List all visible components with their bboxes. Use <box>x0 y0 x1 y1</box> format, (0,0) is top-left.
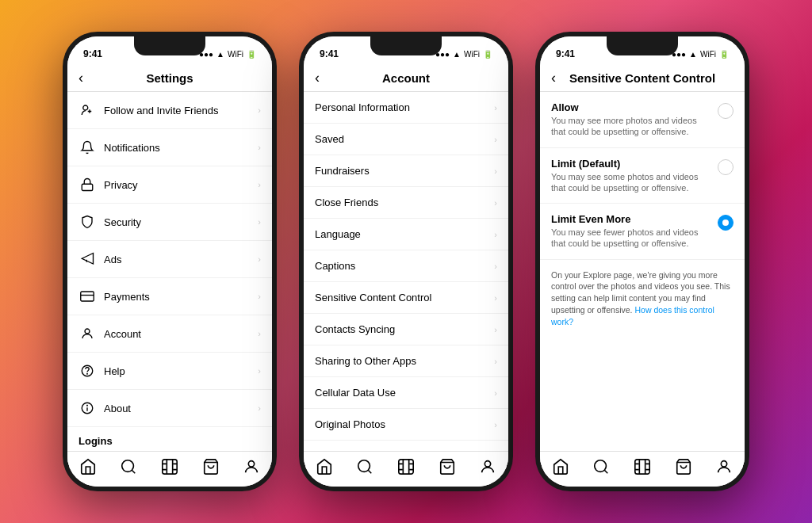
info-icon <box>79 399 96 417</box>
svg-point-6 <box>87 373 88 374</box>
status-icons-sensitive: ●●● ▲ WiFi 🔋 <box>672 50 729 59</box>
sensitive-title: Sensitive Content Control <box>569 71 715 85</box>
account-item-cellular[interactable]: Cellular Data Use › <box>304 377 508 409</box>
chevron-icon: › <box>258 105 261 115</box>
chevron-icon: › <box>494 357 497 366</box>
option-allow-radio[interactable] <box>718 103 733 119</box>
account-item-captions[interactable]: Captions › <box>304 250 508 282</box>
account-item-sharing[interactable]: Sharing to Other Apps › <box>304 345 508 377</box>
help-icon <box>79 362 96 380</box>
option-limit-default[interactable]: Limit (Default) You may see some photos … <box>540 148 745 204</box>
logins-section: Logins Add Account Log Out <box>67 427 272 451</box>
reels-tab-icon[interactable] <box>634 458 651 475</box>
sensitive-back-button[interactable]: ‹ <box>551 70 556 86</box>
settings-title: Settings <box>146 71 193 85</box>
svg-line-21 <box>605 470 608 473</box>
home-tab-icon[interactable] <box>316 458 333 475</box>
reels-tab-icon[interactable] <box>161 458 178 475</box>
account-item-language[interactable]: Language › <box>304 219 508 250</box>
chevron-icon: › <box>494 420 497 429</box>
svg-rect-2 <box>81 292 94 301</box>
settings-back-button[interactable]: ‹ <box>79 70 83 86</box>
account-item-label: Captions <box>315 260 494 272</box>
svg-point-10 <box>122 460 134 472</box>
option-limit-more[interactable]: Limit Even More You may see fewer photos… <box>540 204 745 260</box>
shop-tab-icon[interactable] <box>675 458 692 475</box>
phone-account: 9:41 ●●● ▲ WiFi 🔋 ‹ Account Personal Inf… <box>299 32 513 491</box>
settings-item-about[interactable]: About › <box>67 390 272 427</box>
svg-point-0 <box>83 105 88 110</box>
account-item-label: Original Photos <box>315 418 494 430</box>
account-item-label: Language <box>315 228 494 240</box>
option-limit-radio[interactable] <box>718 159 733 175</box>
chevron-icon: › <box>258 403 261 413</box>
account-item-verification[interactable]: Request Verification › <box>304 441 508 451</box>
profile-tab-icon[interactable] <box>243 458 260 475</box>
settings-item-label: Payments <box>104 291 258 303</box>
account-item-contacts[interactable]: Contacts Syncing › <box>304 314 508 345</box>
profile-tab-icon[interactable] <box>715 458 733 475</box>
option-allow[interactable]: Allow You may see more photos and videos… <box>540 92 745 148</box>
account-item-sensitive[interactable]: Sensitive Content Control › <box>304 282 508 314</box>
account-tab-bar <box>304 451 508 487</box>
settings-item-ads[interactable]: Ads › <box>67 241 272 278</box>
settings-item-help[interactable]: Help › <box>67 353 272 390</box>
settings-item-notifications[interactable]: Notifications › <box>67 129 272 166</box>
chevron-icon: › <box>258 217 261 227</box>
account-item-label: Fundraisers <box>315 165 494 177</box>
option-limit-more-radio[interactable] <box>718 215 733 231</box>
settings-item-payments[interactable]: Payments › <box>67 278 272 315</box>
notch <box>370 36 442 55</box>
option-allow-text: Allow You may see more photos and videos… <box>551 101 711 138</box>
account-item-label: Sharing to Other Apps <box>315 355 494 367</box>
option-allow-desc: You may see more photos and videos that … <box>551 115 711 138</box>
shop-tab-icon[interactable] <box>202 458 220 475</box>
option-allow-title: Allow <box>551 101 711 113</box>
option-limit-text: Limit (Default) You may see some photos … <box>551 158 711 194</box>
svg-point-19 <box>485 461 491 467</box>
lock-icon <box>79 176 96 193</box>
option-limit-title: Limit (Default) <box>551 158 711 170</box>
svg-rect-12 <box>163 460 177 474</box>
home-tab-icon[interactable] <box>79 458 97 475</box>
settings-item-follow[interactable]: Follow and Invite Friends › <box>67 92 272 129</box>
svg-point-4 <box>85 329 90 334</box>
svg-point-9 <box>87 405 88 406</box>
settings-list: Follow and Invite Friends › Notification… <box>67 92 272 451</box>
account-back-button[interactable]: ‹ <box>315 70 320 86</box>
logins-title: Logins <box>79 435 261 447</box>
option-limit-more-text: Limit Even More You may see fewer photos… <box>551 213 711 250</box>
reels-tab-icon[interactable] <box>397 458 415 475</box>
phone-sensitive: 9:41 ●●● ▲ WiFi 🔋 ‹ Sensitive Content Co… <box>535 32 749 491</box>
account-item-close-friends[interactable]: Close Friends › <box>304 187 508 219</box>
account-item-fundraisers[interactable]: Fundraisers › <box>304 155 508 187</box>
shop-tab-icon[interactable] <box>439 458 456 475</box>
settings-item-account[interactable]: Account › <box>67 315 272 353</box>
settings-item-label: Account <box>104 328 258 340</box>
search-tab-icon[interactable] <box>356 458 373 475</box>
svg-line-11 <box>132 470 136 473</box>
settings-item-privacy[interactable]: Privacy › <box>67 166 272 204</box>
status-time-settings: 9:41 <box>83 48 102 59</box>
settings-item-label: About <box>104 403 258 414</box>
svg-point-14 <box>249 461 255 467</box>
search-tab-icon[interactable] <box>592 458 610 475</box>
home-tab-icon[interactable] <box>552 458 569 475</box>
chevron-icon: › <box>258 329 261 338</box>
account-item-personal[interactable]: Personal Information › <box>304 92 508 124</box>
account-item-original-photos[interactable]: Original Photos › <box>304 409 508 441</box>
chevron-icon: › <box>494 293 497 303</box>
chevron-icon: › <box>494 325 497 334</box>
chevron-icon: › <box>494 388 497 398</box>
account-item-label: Sensitive Content Control <box>315 292 494 303</box>
chevron-icon: › <box>258 180 261 189</box>
sensitive-note: On your Explore page, we're giving you m… <box>540 260 745 337</box>
shield-icon <box>79 213 96 231</box>
account-item-label: Contacts Syncing <box>315 323 494 335</box>
profile-tab-icon[interactable] <box>479 458 496 475</box>
settings-item-label: Follow and Invite Friends <box>104 105 258 116</box>
svg-rect-1 <box>82 184 93 190</box>
settings-item-security[interactable]: Security › <box>67 204 272 241</box>
search-tab-icon[interactable] <box>120 458 137 475</box>
account-item-saved[interactable]: Saved › <box>304 124 508 155</box>
